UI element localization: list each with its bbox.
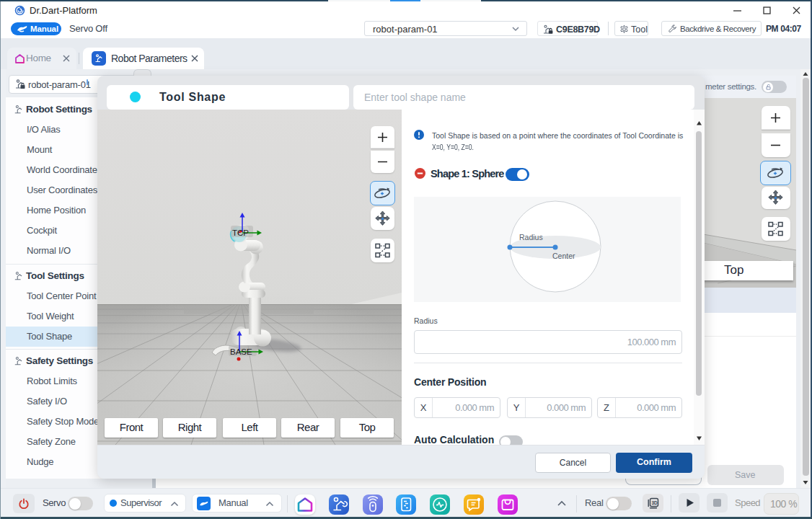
- svg-text:3D: 3D: [652, 500, 658, 505]
- svg-text:BASE: BASE: [230, 347, 252, 356]
- svg-text:Center: Center: [552, 252, 575, 260]
- svg-text:Radius: Radius: [519, 233, 543, 241]
- svg-text:TCP: TCP: [232, 229, 249, 237]
